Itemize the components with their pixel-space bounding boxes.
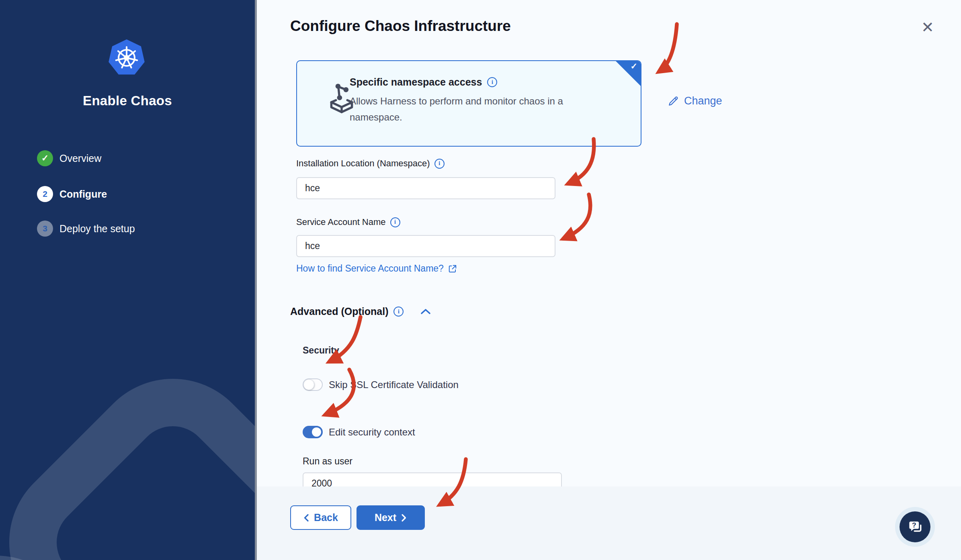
step-label: Overview bbox=[59, 153, 101, 164]
step-done-check-icon: ✓ bbox=[37, 150, 53, 166]
namespace-access-card[interactable]: ✓ Specific namespace access i Allows Har… bbox=[296, 60, 641, 147]
wizard-sidebar: Enable Chaos ✓ Overview 2 Configure 3 De… bbox=[0, 0, 255, 560]
namespace-label: Installation Location (Namespace) bbox=[296, 158, 430, 169]
next-button-label: Next bbox=[375, 512, 396, 523]
step-label: Deploy the setup bbox=[59, 223, 135, 235]
service-account-help-link[interactable]: How to find Service Account Name? bbox=[296, 263, 457, 274]
step-number-badge: 3 bbox=[37, 221, 53, 237]
selected-check-icon: ✓ bbox=[630, 61, 637, 71]
configure-chaos-infrastructure-modal: Enable Chaos ✓ Overview 2 Configure 3 De… bbox=[0, 0, 961, 560]
chevron-left-icon bbox=[303, 514, 309, 522]
help-chat-button[interactable]: ? bbox=[900, 511, 930, 542]
skip-ssl-toggle[interactable] bbox=[303, 378, 323, 391]
namespace-input[interactable] bbox=[296, 177, 555, 199]
sidebar-step-overview[interactable]: ✓ Overview bbox=[37, 150, 101, 166]
step-label: Configure bbox=[59, 188, 107, 200]
info-icon[interactable]: i bbox=[393, 307, 404, 317]
skip-ssl-label: Skip SSL Certificate Validation bbox=[329, 379, 459, 390]
external-link-icon bbox=[448, 264, 457, 274]
advanced-section-label: Advanced (Optional) bbox=[290, 306, 388, 317]
step-number-badge: 2 bbox=[37, 186, 53, 202]
kubernetes-logo-icon bbox=[107, 39, 146, 77]
edit-security-context-toggle[interactable] bbox=[303, 426, 323, 438]
arrow-to-edit-context-toggle bbox=[326, 370, 354, 415]
service-account-input[interactable] bbox=[296, 235, 555, 257]
chat-question-icon: ? bbox=[906, 518, 924, 536]
chaos-watermark-pattern bbox=[0, 345, 255, 560]
arrow-to-selected-card bbox=[659, 24, 677, 72]
chevron-up-icon[interactable] bbox=[420, 308, 431, 315]
toggle-knob bbox=[303, 379, 314, 390]
info-icon[interactable]: i bbox=[487, 77, 497, 87]
close-icon[interactable]: ✕ bbox=[918, 18, 937, 37]
page-title: Configure Chaos Infrastructure bbox=[290, 18, 511, 35]
security-group-label: Security bbox=[303, 345, 339, 356]
selected-corner-badge: ✓ bbox=[615, 61, 641, 86]
card-title: Specific namespace access bbox=[350, 76, 482, 88]
pencil-icon bbox=[667, 95, 679, 107]
chevron-right-icon bbox=[401, 514, 407, 522]
info-icon[interactable]: i bbox=[434, 159, 445, 169]
back-button-label: Back bbox=[314, 512, 338, 523]
change-label: Change bbox=[684, 95, 722, 107]
sidebar-divider bbox=[255, 0, 257, 560]
service-account-label: Service Account Name bbox=[296, 217, 386, 227]
info-icon[interactable]: i bbox=[390, 217, 400, 227]
help-link-label: How to find Service Account Name? bbox=[296, 263, 444, 274]
sidebar-step-deploy[interactable]: 3 Deploy the setup bbox=[37, 221, 135, 237]
wizard-title: Enable Chaos bbox=[0, 93, 255, 108]
svg-text:?: ? bbox=[912, 521, 916, 529]
sidebar-step-configure[interactable]: 2 Configure bbox=[37, 186, 107, 202]
edit-security-context-label: Edit security context bbox=[329, 427, 415, 438]
run-as-user-label: Run as user bbox=[303, 456, 352, 467]
wizard-footer: Back Next ? bbox=[257, 486, 961, 560]
change-link[interactable]: Change bbox=[667, 95, 722, 107]
card-description: Allows Harness to perform and monitor ch… bbox=[350, 93, 615, 125]
arrow-to-service-account-input bbox=[563, 194, 590, 239]
back-button[interactable]: Back bbox=[290, 505, 351, 530]
toggle-knob bbox=[312, 427, 321, 437]
next-button[interactable]: Next bbox=[357, 505, 425, 530]
